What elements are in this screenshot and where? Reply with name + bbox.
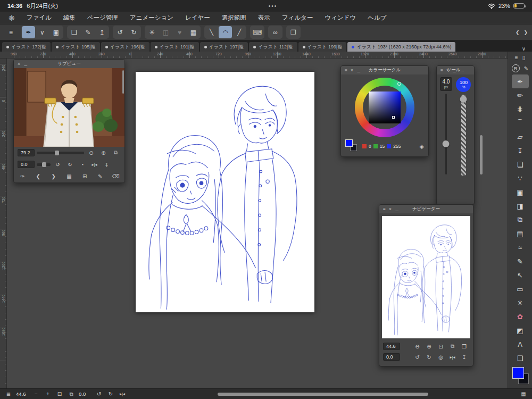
layers-tool[interactable]: ⧉ [512,213,529,227]
sparkle-tool[interactable]: ✳ [512,296,529,310]
primary-color-swatch[interactable] [345,139,353,147]
auto-play-icon[interactable]: ◔ [77,160,87,169]
saturation-value-square[interactable] [369,92,401,123]
bottom-zoom-value[interactable]: 44.6 [16,391,29,397]
next-image-icon[interactable]: ❯ [48,172,59,180]
zoom-out-icon[interactable]: ⊖ [412,342,422,351]
navigator-zoom-value[interactable]: 44.6 [383,343,400,350]
frame-tool[interactable]: ❑ [512,351,529,365]
rotate-ccw-icon[interactable]: ↺ [53,160,63,169]
canvas-area[interactable]: × ＿ サブビュー [7,59,508,388]
zoom-out-icon[interactable]: ⊖ [86,148,96,157]
rotate-ccw-icon[interactable]: ↺ [95,391,103,397]
curve-tool[interactable]: ⌒ [512,116,529,130]
add-layer-tool[interactable]: ❏ [512,157,529,171]
main-menu-button[interactable]: ≡ [4,26,18,38]
slider-thumb[interactable] [460,96,467,103]
minimize-icon[interactable]: ＿ [395,207,400,212]
animation-tool[interactable]: ▤ [512,227,529,240]
subview-zoom-slider[interactable] [37,152,84,154]
subview-zoom-value[interactable]: 79.2 [18,149,35,156]
color-circle-titlebar[interactable]: ≡ × ＿ カラーサークル [341,66,428,74]
gradient-tool[interactable]: ◩ [512,323,529,337]
navigator-titlebar[interactable]: ≡ × ＿ ナビゲーター [379,205,473,213]
reset-rotate-icon[interactable]: ◎ [436,353,446,361]
close-icon[interactable]: × [389,207,392,212]
zoom-in-icon[interactable]: ⊕ [424,342,434,351]
sidebar-layout-icon[interactable]: ▯ [522,55,526,61]
airbrush-tool[interactable]: ≈ [512,240,529,254]
tool-property-titlebar[interactable]: ≡ × ＿ ツール... [437,66,474,74]
clip-studio-logo-icon[interactable]: ❋ [9,14,15,22]
menu-selection[interactable]: 選択範囲 [222,14,246,22]
hue-wheel[interactable] [355,78,414,137]
companion-mode-button[interactable]: ∞ [269,26,282,38]
fullscreen-button[interactable]: ❐ [287,26,300,38]
reference-image-button[interactable]: ▣ [49,26,63,38]
menu-page[interactable]: ページ管理 [87,14,118,22]
minimize-icon[interactable]: ＿ [23,62,28,66]
menu-help[interactable]: ヘルプ [368,14,386,22]
current-tool-button[interactable]: ✒ [22,26,35,38]
eyedropper-icon[interactable]: ✑ [18,172,28,180]
navigator-preview[interactable] [382,216,470,338]
close-icon[interactable]: × [351,68,353,73]
panel-menu-icon[interactable]: ≡ [383,207,386,212]
prev-image-icon[interactable]: ❮ [33,172,43,180]
snap-ruler-button[interactable]: ◫ [159,26,172,38]
brush-size-slider[interactable] [445,94,447,174]
rotate-ccw-icon[interactable]: ↺ [412,353,422,361]
slider-thumb[interactable] [443,140,450,147]
zoom-100-icon[interactable]: ⧉ [67,391,76,397]
text-tool[interactable]: A [512,337,529,351]
tab-illust-195[interactable]: イラスト 195[複 [52,42,100,52]
zoom-in-icon[interactable]: ⊕ [98,148,109,157]
subview-titlebar[interactable]: × ＿ サブビュー [14,60,124,68]
opacity-slider[interactable] [461,95,466,176]
import-tool[interactable]: ↧ [512,144,529,157]
menu-layer[interactable]: レイヤー [185,14,210,22]
rotate-cw-icon[interactable]: ↻ [65,160,75,169]
rotate-cw-icon[interactable]: ↻ [424,353,434,361]
pen-tool[interactable]: ✒ [512,74,529,88]
material-favorite-button[interactable]: ♥ [173,26,186,38]
zoom-in-icon[interactable]: + [44,391,52,397]
keyboard-button[interactable]: ⌨ [251,26,264,38]
zoom-out-icon[interactable]: − [32,391,40,397]
reset-view-icon[interactable]: ↧ [102,160,112,169]
open-canvas-button[interactable]: ❏ [68,26,81,38]
sidebar-menu-icon[interactable]: ≡ [515,55,518,61]
fullscreen-icon[interactable]: ❐ [459,342,469,351]
canvas-horizontal-scrollbar-track[interactable] [135,392,511,396]
tab-illust-172[interactable]: イラスト 172[複 [2,42,51,52]
flip-horizontal-icon[interactable]: ▸|◂ [118,392,127,396]
blend-tool[interactable]: ∵ [512,171,529,185]
subview-rotate-slider[interactable] [37,163,51,166]
tab-illust-112[interactable]: イラスト 112[複 [249,42,297,52]
undo-button[interactable]: ↺ [113,26,127,38]
edit-image-icon[interactable]: ✎ [95,172,105,180]
menu-filter[interactable]: フィルター [282,14,313,22]
close-icon[interactable]: × [18,62,20,66]
subview-image-scrollbar[interactable] [122,70,124,94]
pen-settings-button[interactable]: ✎ [81,26,95,38]
menu-animation[interactable]: アニメーション [130,14,173,22]
tab-illust-199[interactable]: イラスト 199[複 [298,42,347,52]
navigator-rotate-value[interactable]: 0.0 [383,353,400,361]
hue-selector-dot[interactable] [397,82,401,86]
menu-edit[interactable]: 編集 [63,14,76,22]
fit-screen-icon[interactable]: ⊡ [436,342,446,351]
copy-view-icon[interactable]: ⧉ [111,148,121,157]
primary-color-swatch[interactable] [512,367,524,379]
redo-button[interactable]: ↻ [127,26,140,38]
close-icon[interactable]: × [446,68,449,73]
panel-menu-icon[interactable]: ≡ [345,68,347,73]
auto-action-button[interactable]: ✳ [145,26,159,38]
rotate-cw-icon[interactable]: ↻ [106,391,115,397]
add-image-icon[interactable]: ⊞ [80,172,90,180]
actual-size-icon[interactable]: ⧉ [447,342,458,351]
correction-tool[interactable]: ✎ [512,254,529,268]
menu-file[interactable]: ファイル [27,14,52,22]
panel-collapse-left-icon[interactable]: ❮ [516,30,520,35]
tab-overflow-chevron-icon[interactable]: ∨ [518,46,530,52]
